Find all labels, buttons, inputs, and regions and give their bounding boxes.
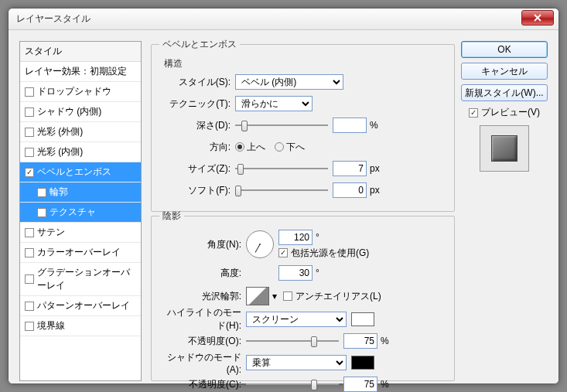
checkbox-icon[interactable] xyxy=(25,302,34,311)
style-select[interactable]: ベベル (内側) xyxy=(235,74,343,90)
new-style-button[interactable]: 新規スタイル(W)... xyxy=(461,84,548,101)
checkbox-icon[interactable] xyxy=(25,128,34,137)
size-label: サイズ(Z): xyxy=(159,162,231,176)
style-bevel-emboss[interactable]: ベベルとエンボス xyxy=(20,162,141,182)
depth-input[interactable] xyxy=(333,118,367,133)
angle-label: 角度(N): xyxy=(159,238,241,251)
highlight-opacity-input[interactable] xyxy=(343,333,377,349)
dialog-body: スタイル レイヤー効果：初期設定 ドロップシャドウ シャドウ (内側) 光彩 (… xyxy=(9,30,558,383)
style-texture[interactable]: テクスチャ xyxy=(20,203,141,223)
highlight-opacity-slider[interactable] xyxy=(246,335,339,347)
checkbox-icon[interactable] xyxy=(25,274,34,284)
gloss-label: 光沢輪郭: xyxy=(159,290,241,303)
style-gradient-overlay[interactable]: グラデーションオーバーレイ xyxy=(20,263,141,296)
angle-input[interactable] xyxy=(278,230,313,245)
style-pattern-overlay[interactable]: パターンオーバーレイ xyxy=(20,296,141,316)
technique-select[interactable]: 滑らかに xyxy=(235,96,313,111)
style-satin[interactable]: サテン xyxy=(20,223,141,243)
soften-input[interactable] xyxy=(333,182,367,198)
global-light-checkbox[interactable] xyxy=(278,248,288,257)
structure-label: 構造 xyxy=(159,57,446,70)
style-stroke[interactable]: 境界線 xyxy=(20,316,141,336)
antialias-checkbox[interactable] xyxy=(283,291,292,301)
shadow-mode-label: シャドウのモード(A): xyxy=(159,351,241,375)
cancel-button[interactable]: キャンセル xyxy=(461,63,548,80)
dialog-window: レイヤースタイル スタイル レイヤー効果：初期設定 ドロップシャドウ シャドウ … xyxy=(8,8,559,384)
style-outer-glow[interactable]: 光彩 (外側) xyxy=(20,122,141,142)
bevel-group: ベベルとエンボス 構造 スタイル(S): ベベル (内側) テクニック(T): … xyxy=(151,38,455,212)
style-drop-shadow[interactable]: ドロップシャドウ xyxy=(20,82,141,102)
styles-header[interactable]: スタイル xyxy=(20,42,141,62)
preview-swatch xyxy=(480,125,529,172)
angle-dial[interactable] xyxy=(246,230,274,258)
checkbox-icon[interactable] xyxy=(37,208,46,217)
style-color-overlay[interactable]: カラーオーバーレイ xyxy=(20,243,141,263)
shade-legend: 陰影 xyxy=(159,210,184,223)
titlebar: レイヤースタイル xyxy=(9,9,558,30)
window-title: レイヤースタイル xyxy=(16,12,91,26)
altitude-label: 高度: xyxy=(159,267,241,280)
button-column: OK キャンセル 新規スタイル(W)... プレビュー(V) xyxy=(461,41,548,172)
depth-slider[interactable] xyxy=(235,119,328,131)
highlight-opacity-label: 不透明度(O): xyxy=(159,335,241,348)
close-icon xyxy=(534,14,541,22)
checkbox-icon[interactable] xyxy=(25,322,34,331)
direction-down-radio[interactable] xyxy=(275,142,284,152)
highlight-mode-select[interactable]: スクリーン xyxy=(246,312,347,327)
checkbox-icon[interactable] xyxy=(37,188,46,197)
checkbox-icon[interactable] xyxy=(25,107,34,117)
shadow-opacity-slider[interactable] xyxy=(246,378,339,390)
shadow-opacity-input[interactable] xyxy=(343,377,377,392)
style-inner-shadow[interactable]: シャドウ (内側) xyxy=(20,102,141,122)
altitude-input[interactable] xyxy=(278,265,313,281)
size-input[interactable] xyxy=(333,161,367,176)
shadow-mode-select[interactable]: 乗算 xyxy=(246,355,347,370)
chevron-down-icon[interactable]: ▾ xyxy=(272,291,277,302)
direction-label: 方向: xyxy=(159,141,231,154)
direction-up-radio[interactable] xyxy=(235,142,244,152)
style-label: スタイル(S): xyxy=(159,76,231,89)
style-contour[interactable]: 輪郭 xyxy=(20,182,141,203)
shade-group: 陰影 角度(N): ° 包括光源を使用(G) 高度: xyxy=(151,210,455,381)
style-default[interactable]: レイヤー効果：初期設定 xyxy=(20,62,141,82)
close-button[interactable] xyxy=(521,10,554,26)
highlight-mode-label: ハイライトのモード(H): xyxy=(159,306,241,332)
bevel-legend: ベベルとエンボス xyxy=(159,38,240,51)
preview-thumbnail xyxy=(491,135,517,162)
highlight-color-swatch[interactable] xyxy=(351,312,374,326)
shadow-opacity-label: 不透明度(C): xyxy=(159,378,241,391)
checkbox-icon[interactable] xyxy=(25,168,34,177)
size-slider[interactable] xyxy=(235,162,328,175)
preview-checkbox[interactable] xyxy=(469,108,478,118)
styles-list: スタイル レイヤー効果：初期設定 ドロップシャドウ シャドウ (内側) 光彩 (… xyxy=(19,41,142,381)
gloss-contour-picker[interactable] xyxy=(246,287,269,305)
shadow-color-swatch[interactable] xyxy=(351,356,374,370)
style-inner-glow[interactable]: 光彩 (内側) xyxy=(20,142,141,162)
checkbox-icon[interactable] xyxy=(25,228,34,237)
soften-label: ソフト(F): xyxy=(159,184,231,197)
preview-label: プレビュー(V) xyxy=(481,106,540,119)
ok-button[interactable]: OK xyxy=(461,41,548,58)
checkbox-icon[interactable] xyxy=(25,148,34,157)
checkbox-icon[interactable] xyxy=(25,87,34,97)
depth-label: 深さ(D): xyxy=(159,119,231,132)
technique-label: テクニック(T): xyxy=(159,97,231,111)
checkbox-icon[interactable] xyxy=(25,248,34,257)
soften-slider[interactable] xyxy=(235,184,328,196)
